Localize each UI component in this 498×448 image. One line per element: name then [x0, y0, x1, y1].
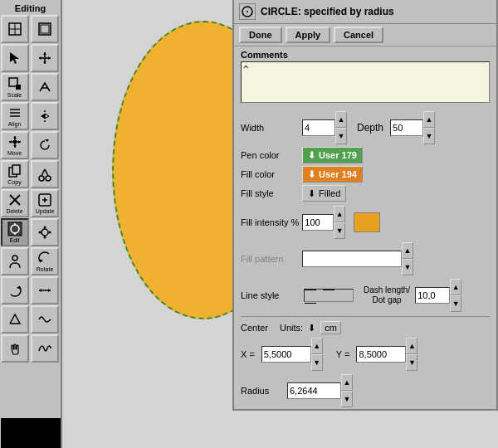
tool-align[interactable]: Align — [1, 102, 29, 130]
dash-spinner-up[interactable]: ▲ — [450, 279, 461, 295]
svg-marker-26 — [18, 140, 21, 144]
depth-spinner-down[interactable]: ▼ — [423, 128, 435, 144]
svg-marker-10 — [39, 56, 42, 60]
x-input[interactable] — [261, 346, 311, 363]
tool-move[interactable]: Move — [1, 131, 29, 159]
tool-rotate2-label: Rotate — [37, 266, 54, 272]
fill-intensity-label: Fill intensity % — [241, 217, 299, 227]
tool-mirror[interactable] — [31, 102, 59, 130]
radius-input[interactable] — [287, 382, 341, 399]
toolbar-grid: Scale Align Move Copy — [1, 15, 61, 363]
svg-marker-8 — [43, 52, 46, 55]
tool-rotate-a[interactable] — [31, 131, 59, 159]
pen-color-icon: ⬇ — [308, 150, 315, 161]
cancel-button[interactable]: Cancel — [334, 27, 383, 43]
fill-color-button[interactable]: ⬇ User 194 — [302, 166, 363, 183]
width-input[interactable] — [302, 119, 335, 136]
pen-color-row: Pen color ⬇ User 179 — [234, 147, 496, 163]
tool-scale[interactable]: Scale — [1, 73, 29, 101]
fill-style-icon: ⬇ — [308, 188, 315, 199]
width-spinner-down[interactable]: ▼ — [335, 128, 347, 144]
tool-sine[interactable] — [31, 334, 59, 363]
tool-delete[interactable]: Delete — [1, 189, 29, 217]
units-value: cm — [325, 323, 337, 333]
circle-icon — [239, 3, 256, 20]
width-depth-row: Width ▲ ▼ Depth ▲ ▼ — [234, 111, 496, 144]
dialog-button-row: Done Apply Cancel — [234, 24, 496, 46]
x-spinner-down[interactable]: ▼ — [311, 354, 323, 371]
width-spinner-up[interactable]: ▲ — [335, 111, 347, 128]
svg-rect-27 — [13, 140, 17, 144]
tool-gear[interactable] — [31, 218, 59, 246]
fill-intensity-input[interactable] — [302, 214, 334, 231]
x-spinner-up[interactable]: ▲ — [311, 338, 323, 354]
comments-label: Comments — [241, 50, 490, 60]
y-input[interactable] — [356, 346, 406, 363]
svg-marker-28 — [45, 139, 49, 142]
width-label: Width — [241, 123, 299, 133]
svg-line-33 — [42, 169, 45, 176]
tool-triangle[interactable] — [1, 305, 29, 334]
svg-point-44 — [42, 229, 48, 236]
y-spinner-down[interactable]: ▼ — [406, 354, 417, 371]
fill-intensity-row: Fill intensity % ▲ ▼ — [234, 204, 496, 241]
apply-button[interactable]: Apply — [286, 27, 331, 43]
dash-length-container: Dash length/Dot gap — [364, 285, 410, 305]
units-arrow-icon: ⬇ — [308, 323, 315, 334]
canvas-area: CIRCLE: specified by radius Done Apply C… — [62, 0, 498, 448]
x-label: X = — [241, 349, 255, 359]
dash-spinner-down[interactable]: ▼ — [450, 295, 461, 312]
tool-update[interactable]: Update — [31, 189, 59, 217]
tool-person[interactable] — [1, 247, 29, 275]
units-dropdown[interactable]: cm — [320, 321, 341, 334]
fill-style-button[interactable]: ⬇ Filled — [302, 185, 346, 202]
tool-zoom-all[interactable] — [31, 15, 59, 43]
intensity-spinner-down[interactable]: ▼ — [334, 222, 345, 239]
radius-row: Radius ▲ ▼ — [234, 373, 496, 409]
y-spinner-up[interactable]: ▲ — [406, 338, 417, 354]
svg-marker-20 — [45, 114, 49, 119]
tool-wave[interactable] — [31, 305, 59, 334]
y-input-group: ▲ ▼ — [356, 338, 417, 371]
y-label: Y = — [336, 349, 350, 359]
fill-intensity-input-group: ▲ ▼ — [302, 206, 345, 239]
fill-pattern-row: Fill pattern ▲ ▼ — [234, 241, 496, 277]
pen-color-label: Pen color — [241, 150, 299, 160]
done-button[interactable]: Done — [239, 27, 282, 43]
tool-rotate3[interactable] — [1, 276, 29, 304]
comments-input[interactable]: ^ — [241, 61, 490, 103]
radius-spinner-up[interactable]: ▲ — [341, 374, 353, 391]
fill-pattern-label: Fill pattern — [241, 254, 299, 264]
depth-input[interactable] — [390, 119, 423, 136]
tool-node-move[interactable] — [31, 44, 59, 72]
svg-rect-30 — [12, 165, 20, 174]
tool-hand[interactable] — [1, 334, 29, 363]
tool-cut[interactable] — [31, 160, 59, 188]
intensity-spinner-up[interactable]: ▲ — [334, 206, 345, 222]
tool-delete-label: Delete — [6, 208, 22, 214]
tool-rotate2[interactable]: Rotate — [31, 247, 59, 275]
fill-pattern-input[interactable] — [302, 251, 402, 267]
line-style-selector[interactable]: — — — — [304, 289, 354, 302]
dash-length-input[interactable] — [415, 287, 450, 304]
center-label: Center — [241, 323, 268, 333]
tool-select[interactable] — [1, 44, 29, 72]
svg-line-34 — [45, 169, 48, 176]
tool-copy[interactable]: Copy — [1, 160, 29, 188]
tool-stretch[interactable] — [31, 276, 59, 304]
depth-spinner-up[interactable]: ▲ — [423, 111, 435, 128]
tool-edit[interactable]: Edit — [1, 218, 29, 246]
xy-row: X = ▲ ▼ Y = ▲ ▼ — [234, 336, 496, 373]
svg-marker-9 — [43, 61, 46, 64]
tool-zoom-area[interactable] — [1, 15, 29, 43]
pen-color-button[interactable]: ⬇ User 179 — [302, 147, 363, 163]
fill-color-label: Fill color — [241, 169, 299, 179]
comments-section: Comments ^ — [234, 46, 496, 109]
fill-color-value: User 194 — [319, 169, 357, 179]
tool-node-edit[interactable] — [31, 73, 59, 101]
center-units-row: Center Units: ⬇ cm — [234, 319, 496, 336]
pattern-spinner-down[interactable]: ▼ — [402, 259, 413, 275]
pattern-spinner-up[interactable]: ▲ — [402, 242, 413, 259]
tool-scale-label: Scale — [7, 92, 22, 98]
radius-spinner-down[interactable]: ▼ — [341, 391, 353, 407]
